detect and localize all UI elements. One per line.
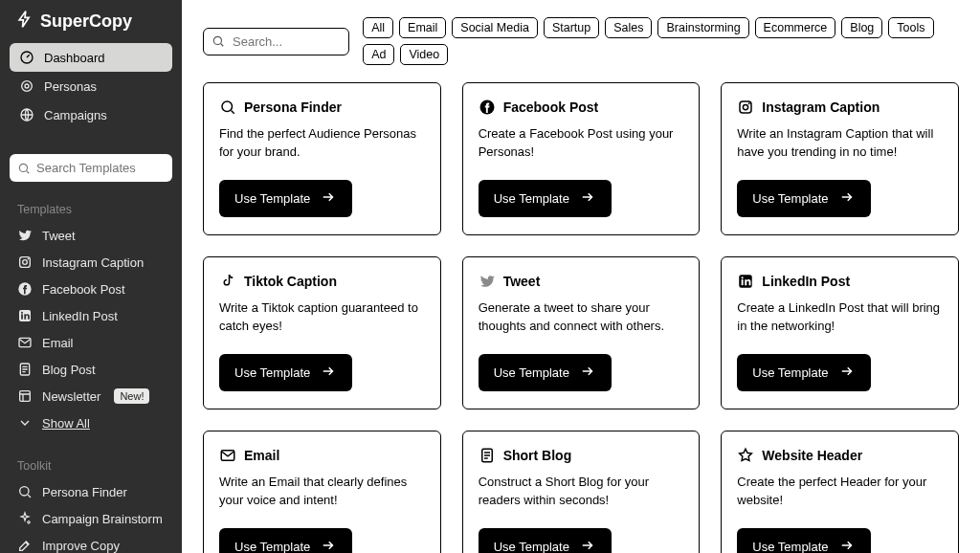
card-title: Facebook Post bbox=[503, 100, 599, 115]
use-template-label: Use Template bbox=[494, 540, 569, 553]
template-item-label: Newsletter bbox=[42, 389, 100, 404]
filter-tag-all[interactable]: All bbox=[363, 17, 393, 38]
arrow-right-icon bbox=[579, 537, 596, 553]
template-card-tweet: Tweet Generate a tweet to share your tho… bbox=[462, 256, 701, 409]
gauge-icon bbox=[19, 50, 34, 65]
use-template-button[interactable]: Use Template bbox=[737, 354, 870, 391]
template-card-website-header: Website Header Create the perfect Header… bbox=[721, 431, 959, 553]
linkedin-icon bbox=[17, 308, 33, 323]
use-template-label: Use Template bbox=[234, 365, 310, 380]
card-header: Persona Finder bbox=[219, 99, 425, 116]
filter-tag-startup[interactable]: Startup bbox=[544, 17, 599, 38]
card-title: Tweet bbox=[503, 274, 541, 289]
use-template-button[interactable]: Use Template bbox=[479, 354, 612, 391]
template-item-label: Facebook Post bbox=[42, 282, 125, 297]
use-template-button[interactable]: Use Template bbox=[219, 528, 352, 553]
template-item-newsletter[interactable]: NewsletterNew! bbox=[10, 383, 172, 409]
template-item-email[interactable]: Email bbox=[10, 329, 172, 356]
template-card-persona-finder: Persona Finder Find the perfect Audience… bbox=[203, 82, 441, 235]
use-template-button[interactable]: Use Template bbox=[737, 180, 870, 217]
card-description: Write an Email that clearly defines your… bbox=[219, 474, 425, 513]
linkedin-icon bbox=[737, 273, 754, 290]
primary-nav: DashboardPersonasCampaigns bbox=[0, 43, 182, 129]
bolt-icon bbox=[15, 10, 34, 33]
arrow-right-icon bbox=[838, 363, 856, 383]
arrow-right-icon bbox=[320, 363, 337, 383]
mail-icon bbox=[17, 335, 33, 350]
sidebar-search bbox=[10, 154, 172, 182]
facebook-icon bbox=[17, 281, 33, 297]
arrow-right-icon bbox=[320, 537, 337, 553]
nav-item-campaigns[interactable]: Campaigns bbox=[10, 100, 172, 129]
doc-icon bbox=[479, 447, 496, 464]
template-item-label: Email bbox=[42, 336, 74, 350]
use-template-button[interactable]: Use Template bbox=[219, 180, 352, 217]
card-title: Email bbox=[244, 448, 279, 463]
new-badge: New! bbox=[114, 388, 149, 404]
use-template-button[interactable]: Use Template bbox=[479, 180, 612, 217]
filter-tag-social-media[interactable]: Social Media bbox=[452, 17, 538, 38]
use-template-label: Use Template bbox=[234, 191, 310, 206]
filter-tags: AllEmailSocial MediaStartupSalesBrainsto… bbox=[363, 17, 959, 65]
toolkit-item-campaign-brainstorm[interactable]: Campaign Brainstorm bbox=[10, 505, 172, 532]
nav-item-label: Personas bbox=[44, 79, 97, 94]
toolkit-item-persona-finder[interactable]: Persona Finder bbox=[10, 478, 172, 505]
filter-tag-ad[interactable]: Ad bbox=[363, 44, 394, 65]
template-item-show-all[interactable]: Show All bbox=[10, 409, 172, 436]
filter-tag-sales[interactable]: Sales bbox=[605, 17, 652, 38]
arrow-right-icon bbox=[579, 188, 596, 209]
tiktok-icon bbox=[219, 273, 236, 290]
template-card-tiktok-caption: Tiktok Caption Write a Tiktok caption gu… bbox=[203, 256, 441, 409]
card-header: Short Blog bbox=[479, 447, 684, 464]
nav-item-dashboard[interactable]: Dashboard bbox=[10, 43, 172, 72]
target-icon bbox=[19, 78, 34, 94]
template-item-blog-post[interactable]: Blog Post bbox=[10, 356, 172, 383]
template-cards: Persona Finder Find the perfect Audience… bbox=[203, 82, 959, 553]
filter-tag-video[interactable]: Video bbox=[400, 44, 448, 65]
sidebar-search-input[interactable] bbox=[10, 154, 172, 182]
card-header: Tiktok Caption bbox=[219, 273, 425, 290]
toolkit-item-improve-copy[interactable]: Improve Copy bbox=[10, 532, 172, 553]
template-card-email: Email Write an Email that clearly define… bbox=[203, 431, 441, 553]
template-item-label: LinkedIn Post bbox=[42, 309, 118, 323]
template-item-instagram-caption[interactable]: Instagram Caption bbox=[10, 249, 172, 276]
template-item-tweet[interactable]: Tweet bbox=[10, 222, 172, 249]
use-template-button[interactable]: Use Template bbox=[479, 528, 612, 553]
arrow-right-icon bbox=[838, 537, 856, 553]
template-card-facebook-post: Facebook Post Create a Facebook Post usi… bbox=[462, 82, 701, 235]
template-item-label: Show All bbox=[42, 416, 90, 431]
mail-icon bbox=[219, 447, 236, 464]
card-title: Website Header bbox=[762, 448, 862, 463]
filter-tag-email[interactable]: Email bbox=[399, 17, 446, 38]
sparkle-icon bbox=[17, 511, 33, 526]
use-template-button[interactable]: Use Template bbox=[737, 528, 870, 553]
filter-tag-tools[interactable]: Tools bbox=[888, 17, 933, 38]
topbar: AllEmailSocial MediaStartupSalesBrainsto… bbox=[203, 17, 959, 65]
toolkit-item-label: Persona Finder bbox=[42, 485, 127, 499]
card-title: Persona Finder bbox=[244, 100, 342, 115]
template-item-label: Tweet bbox=[42, 229, 76, 243]
filter-tag-brainstorming[interactable]: Brainstorming bbox=[657, 17, 748, 38]
card-header: Facebook Post bbox=[479, 99, 684, 116]
use-template-label: Use Template bbox=[752, 540, 828, 553]
card-description: Find the perfect Audience Personas for y… bbox=[219, 125, 425, 165]
nav-item-label: Campaigns bbox=[44, 108, 107, 122]
filter-tag-ecommerce[interactable]: Ecommerce bbox=[755, 17, 836, 38]
templates-section-label: Templates bbox=[0, 197, 182, 222]
layout-icon bbox=[17, 388, 33, 404]
use-template-label: Use Template bbox=[752, 365, 828, 380]
search-icon bbox=[17, 484, 33, 499]
nav-item-personas[interactable]: Personas bbox=[10, 72, 172, 100]
twitter-icon bbox=[17, 228, 33, 243]
card-header: Tweet bbox=[479, 273, 684, 290]
card-description: Construct a Short Blog for your readers … bbox=[479, 474, 684, 513]
search-icon bbox=[212, 34, 225, 48]
card-description: Create a LinkedIn Post that will bring i… bbox=[737, 299, 943, 339]
template-item-linkedin-post[interactable]: LinkedIn Post bbox=[10, 302, 172, 329]
use-template-button[interactable]: Use Template bbox=[219, 354, 352, 391]
twitter-gray-icon bbox=[479, 273, 496, 290]
template-item-facebook-post[interactable]: Facebook Post bbox=[10, 276, 172, 302]
chevron-down-icon bbox=[17, 415, 33, 431]
template-item-label: Blog Post bbox=[42, 363, 96, 377]
filter-tag-blog[interactable]: Blog bbox=[841, 17, 882, 38]
